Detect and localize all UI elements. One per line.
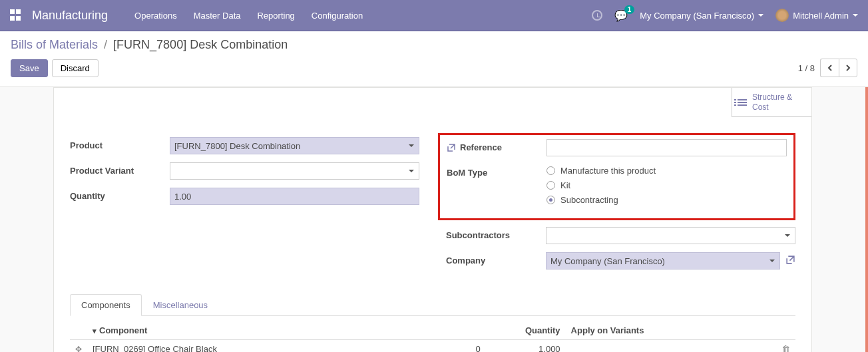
col-apply-variants[interactable]: Apply on Variants bbox=[566, 321, 775, 340]
apps-icon[interactable] bbox=[10, 9, 22, 21]
structure-cost-button[interactable]: Structure & Cost bbox=[732, 88, 811, 117]
tab-components[interactable]: Components bbox=[70, 294, 142, 316]
form-container: Structure & Cost Product Product Variant bbox=[0, 87, 868, 352]
reference-field[interactable] bbox=[546, 139, 787, 156]
radio-icon bbox=[546, 181, 555, 190]
chevron-down-icon bbox=[853, 14, 858, 17]
radio-icon-selected bbox=[546, 196, 555, 204]
reference-label: Reference bbox=[447, 139, 546, 152]
activity-icon[interactable] bbox=[592, 10, 602, 21]
product-field[interactable] bbox=[170, 137, 419, 154]
product-label: Product bbox=[70, 137, 170, 150]
external-link-icon[interactable] bbox=[447, 143, 456, 152]
radio-subcontracting[interactable]: Subcontracting bbox=[546, 195, 787, 205]
navbar: Manufacturing Operations Master Data Rep… bbox=[0, 0, 868, 31]
variant-field[interactable] bbox=[170, 162, 419, 180]
company-switcher[interactable]: My Company (San Francisco) bbox=[640, 11, 763, 21]
radio-label: Manufacture this product bbox=[560, 166, 656, 176]
nav-menu: Operations Master Data Reporting Configu… bbox=[134, 11, 592, 21]
quantity-label: Quantity bbox=[70, 188, 170, 201]
col-quantity[interactable]: Quantity bbox=[486, 321, 566, 340]
chat-badge: 1 bbox=[624, 5, 635, 14]
cell-apply[interactable] bbox=[566, 340, 775, 353]
user-menu[interactable]: Mitchell Admin bbox=[775, 9, 858, 22]
nav-right: 💬 1 My Company (San Francisco) Mitchell … bbox=[592, 9, 858, 22]
stat-text: Structure & Cost bbox=[752, 92, 792, 112]
subcontractors-label: Subcontractors bbox=[446, 227, 546, 240]
breadcrumb-separator: / bbox=[104, 38, 107, 51]
radio-icon bbox=[546, 166, 555, 175]
table-row[interactable]: ✥ [FURN_0269] Office Chair Black 0 1.000… bbox=[70, 340, 795, 353]
bom-type-radio-group: Manufacture this product Kit Subcontract… bbox=[546, 164, 787, 205]
breadcrumb: Bills of Materials / [FURN_7800] Desk Co… bbox=[11, 38, 857, 52]
chevron-right-icon bbox=[846, 65, 851, 71]
control-panel: Bills of Materials / [FURN_7800] Desk Co… bbox=[0, 31, 868, 87]
cell-quantity[interactable]: 1.000 bbox=[486, 340, 566, 353]
app-brand[interactable]: Manufacturing bbox=[32, 9, 108, 23]
pager-next-button[interactable] bbox=[839, 59, 857, 77]
subcontractors-field[interactable] bbox=[546, 227, 795, 244]
pager-text[interactable]: 1 / 8 bbox=[798, 63, 815, 73]
nav-menu-reporting[interactable]: Reporting bbox=[257, 11, 294, 21]
nav-menu-master-data[interactable]: Master Data bbox=[194, 11, 241, 21]
discard-button[interactable]: Discard bbox=[52, 59, 99, 77]
trash-icon[interactable]: 🗑 bbox=[781, 344, 790, 352]
cell-mid: 0 bbox=[426, 340, 486, 353]
col-component[interactable]: Component bbox=[87, 321, 426, 340]
save-button[interactable]: Save bbox=[11, 59, 48, 77]
company-name: My Company (San Francisco) bbox=[640, 11, 754, 21]
drag-handle-icon[interactable]: ✥ bbox=[75, 345, 82, 352]
radio-manufacture[interactable]: Manufacture this product bbox=[546, 166, 787, 176]
radio-label: Kit bbox=[560, 180, 570, 190]
variant-label: Product Variant bbox=[70, 162, 170, 176]
highlight-box: Reference BoM Type bbox=[438, 133, 795, 220]
form-right-column: Reference BoM Type bbox=[446, 137, 795, 277]
avatar bbox=[775, 9, 789, 22]
button-box: Structure & Cost bbox=[54, 88, 811, 117]
chevron-left-icon bbox=[827, 65, 832, 71]
tabs: Components Miscellaneous bbox=[70, 293, 795, 316]
company-field[interactable] bbox=[546, 252, 780, 269]
components-table: Component Quantity Apply on Variants ✥ [… bbox=[70, 321, 795, 352]
bom-type-label: BoM Type bbox=[447, 164, 546, 178]
company-external-link-icon[interactable] bbox=[785, 255, 795, 267]
form-left-column: Product Product Variant Quantity bbox=[70, 137, 419, 277]
pager-prev-button[interactable] bbox=[820, 59, 839, 77]
list-icon bbox=[738, 99, 747, 106]
chevron-down-icon bbox=[758, 14, 763, 17]
nav-menu-operations[interactable]: Operations bbox=[134, 11, 177, 21]
quantity-field[interactable] bbox=[170, 188, 419, 205]
cell-component[interactable]: [FURN_0269] Office Chair Black bbox=[87, 340, 426, 353]
radio-label: Subcontracting bbox=[560, 195, 618, 205]
chat-button[interactable]: 💬 1 bbox=[614, 9, 628, 22]
breadcrumb-current: [FURN_7800] Desk Combination bbox=[113, 38, 288, 51]
form-sheet: Structure & Cost Product Product Variant bbox=[53, 87, 812, 352]
tab-miscellaneous[interactable]: Miscellaneous bbox=[142, 294, 219, 316]
radio-kit[interactable]: Kit bbox=[546, 180, 787, 190]
nav-menu-configuration[interactable]: Configuration bbox=[312, 11, 363, 21]
breadcrumb-root[interactable]: Bills of Materials bbox=[11, 38, 98, 51]
pager: 1 / 8 bbox=[798, 59, 857, 77]
company-label: Company bbox=[446, 252, 546, 265]
user-name: Mitchell Admin bbox=[793, 11, 849, 21]
